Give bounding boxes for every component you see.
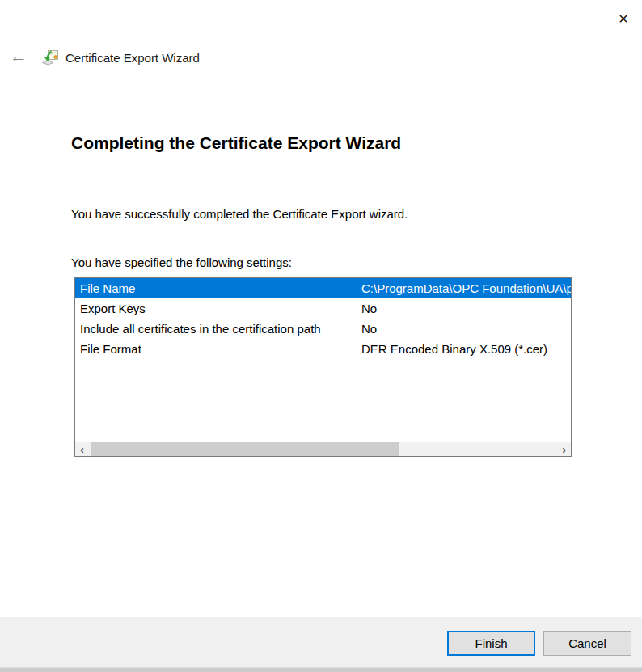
page-title: Completing the Certificate Export Wizard	[71, 133, 401, 153]
close-button[interactable]: ✕	[610, 6, 636, 32]
setting-label: Include all certificates in the certific…	[75, 319, 361, 339]
scroll-right-icon[interactable]: ›	[557, 442, 571, 456]
settings-row-file-format[interactable]: File Format DER Encoded Binary X.509 (*.…	[75, 339, 571, 359]
settings-caption: You have specified the following setting…	[71, 256, 292, 269]
back-arrow-icon: ←	[10, 46, 27, 67]
window-bottom-edge	[0, 667, 642, 672]
horizontal-scrollbar[interactable]: ‹ ›	[75, 442, 571, 456]
settings-row-include-certs[interactable]: Include all certificates in the certific…	[75, 319, 571, 339]
cancel-button[interactable]: Cancel	[543, 631, 631, 656]
finish-button[interactable]: Finish	[447, 631, 535, 656]
scrollbar-track[interactable]	[89, 442, 557, 456]
scroll-left-icon[interactable]: ‹	[75, 442, 89, 456]
certificate-export-icon	[41, 49, 60, 67]
setting-value: No	[361, 319, 571, 339]
setting-value: DER Encoded Binary X.509 (*.cer)	[361, 339, 571, 359]
settings-list: File Name C:\ProgramData\OPC Foundation\…	[74, 277, 572, 457]
close-icon: ✕	[618, 11, 628, 27]
settings-row-export-keys[interactable]: Export Keys No	[75, 298, 571, 319]
settings-row-file-name[interactable]: File Name C:\ProgramData\OPC Foundation\…	[75, 278, 571, 298]
intro-text: You have successfully completed the Cert…	[71, 207, 408, 221]
setting-value: No	[361, 298, 571, 319]
titlebar: Certificate Export Wizard	[41, 47, 200, 68]
setting-label: Export Keys	[75, 298, 361, 319]
scrollbar-thumb[interactable]	[91, 442, 399, 456]
setting-label: File Format	[75, 339, 361, 359]
window-title: Certificate Export Wizard	[65, 51, 200, 65]
setting-value: C:\ProgramData\OPC Foundation\UA\p	[361, 278, 571, 298]
setting-label: File Name	[75, 278, 361, 298]
back-button[interactable]: ←	[5, 44, 32, 69]
footer-bar: Finish Cancel	[0, 617, 642, 667]
